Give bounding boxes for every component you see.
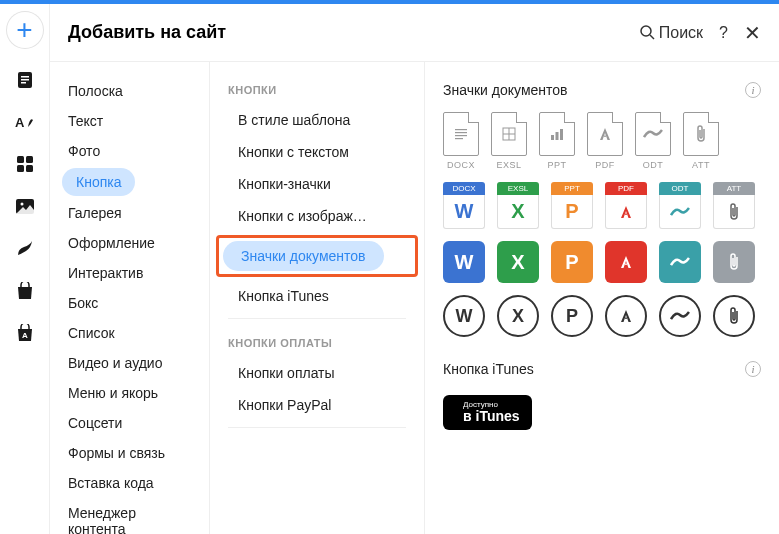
doc-icon-circle[interactable] (713, 295, 755, 337)
panel-title: Добавить на сайт (68, 22, 640, 43)
svg-rect-14 (455, 129, 467, 130)
separator (228, 318, 406, 319)
doc-icon-outline[interactable]: PDF (587, 112, 623, 170)
svg-rect-8 (26, 165, 33, 172)
shop-icon[interactable] (15, 280, 35, 300)
pen-icon[interactable] (15, 238, 35, 258)
category-item[interactable]: Галерея (50, 198, 209, 228)
info-icon-2[interactable]: i (745, 361, 761, 377)
category-item[interactable]: Фото (50, 136, 209, 166)
doc-icon-badge[interactable]: EXSLX (497, 182, 539, 229)
doc-icon-badge[interactable]: PPTP (551, 182, 593, 229)
svg-rect-21 (551, 135, 554, 140)
doc-icon-circle[interactable]: X (497, 295, 539, 337)
svg-rect-16 (455, 135, 467, 136)
doc-icon-solid[interactable] (659, 241, 701, 283)
add-button[interactable]: + (7, 12, 43, 48)
app-root: + A A Добавить на сайт Поиск ? ✕ Полоска… (0, 4, 779, 534)
row-solid-docs: WXP (443, 241, 761, 283)
panel-header: Добавить на сайт Поиск ? ✕ (50, 4, 779, 62)
shop-a-icon[interactable]: A (15, 322, 35, 342)
category-item[interactable]: Формы и связь (50, 438, 209, 468)
sub-item[interactable]: Значки документов (223, 241, 384, 271)
left-rail: + A A (0, 4, 50, 534)
svg-rect-3 (21, 82, 26, 84)
category-item[interactable]: Кнопка (62, 168, 135, 196)
category-item[interactable]: Оформление (50, 228, 209, 258)
sub-item[interactable]: Кнопки с изображ… (220, 201, 385, 231)
preview-header-2: Кнопка iTunes i (443, 355, 761, 391)
help-button[interactable]: ? (719, 24, 728, 42)
info-icon[interactable]: i (745, 82, 761, 98)
svg-rect-22 (556, 132, 559, 140)
preview-title-1: Значки документов (443, 82, 568, 98)
category-item[interactable]: Соцсети (50, 408, 209, 438)
category-item[interactable]: Бокс (50, 288, 209, 318)
doc-icon-badge[interactable]: ODT (659, 182, 701, 229)
doc-icon-solid[interactable] (713, 241, 755, 283)
header-actions: Поиск ? ✕ (640, 21, 761, 45)
sub-item[interactable]: Кнопки оплаты (220, 358, 353, 388)
itunes-section: Кнопка iTunes i Доступно в iTunes (443, 355, 761, 430)
category-item[interactable]: Меню и якорь (50, 378, 209, 408)
main-panel: Добавить на сайт Поиск ? ✕ ПолоскаТекстФ… (50, 4, 779, 534)
category-item[interactable]: Вставка кода (50, 468, 209, 498)
section-title: КНОПКИ ОПЛАТЫ (210, 329, 424, 357)
close-button[interactable]: ✕ (744, 21, 761, 45)
category-item[interactable]: Видео и аудио (50, 348, 209, 378)
doc-icon-badge[interactable]: PDF (605, 182, 647, 229)
doc-icon-solid[interactable]: X (497, 241, 539, 283)
sub-item[interactable]: Кнопки-значки (220, 169, 349, 199)
subcategory-list: КНОПКИВ стиле шаблонаКнопки с текстомКно… (210, 62, 425, 534)
sub-item[interactable]: Кнопки PayPal (220, 390, 349, 420)
svg-line-13 (650, 35, 654, 39)
svg-rect-5 (17, 156, 24, 163)
svg-rect-6 (26, 156, 33, 163)
svg-rect-15 (455, 132, 467, 133)
design-icon[interactable]: A (15, 112, 35, 132)
doc-icon-badge[interactable]: DOCXW (443, 182, 485, 229)
search-label: Поиск (659, 24, 703, 42)
doc-icon-circle[interactable] (659, 295, 701, 337)
svg-rect-1 (21, 76, 29, 78)
doc-icon-solid[interactable]: W (443, 241, 485, 283)
page-icon[interactable] (15, 70, 35, 90)
row-outline-docs: DOCXEXSLPPTPDFODTATT (443, 112, 761, 170)
category-item[interactable]: Менеджер контента (50, 498, 209, 534)
sub-item[interactable]: В стиле шаблона (220, 105, 368, 135)
doc-icon-outline[interactable]: ATT (683, 112, 719, 170)
doc-icon-circle[interactable] (605, 295, 647, 337)
sub-item[interactable]: Кнопки с текстом (220, 137, 367, 167)
sub-item[interactable]: Кнопка iTunes (220, 281, 347, 311)
svg-rect-2 (21, 79, 29, 81)
doc-icon-solid[interactable] (605, 241, 647, 283)
doc-icon-badge[interactable]: ATT (713, 182, 755, 229)
doc-icon-outline[interactable]: DOCX (443, 112, 479, 170)
search-button[interactable]: Поиск (640, 24, 703, 42)
category-item[interactable]: Список (50, 318, 209, 348)
itunes-big: в iTunes (463, 409, 520, 424)
svg-text:A: A (15, 115, 25, 130)
category-item[interactable]: Текст (50, 106, 209, 136)
itunes-text: Доступно в iTunes (463, 401, 520, 424)
row-circle-docs: WXP (443, 295, 761, 337)
section-title: КНОПКИ (210, 76, 424, 104)
doc-icon-solid[interactable]: P (551, 241, 593, 283)
category-item[interactable]: Полоска (50, 76, 209, 106)
doc-icon-circle[interactable]: P (551, 295, 593, 337)
doc-icon-outline[interactable]: PPT (539, 112, 575, 170)
preview-title-2: Кнопка iTunes (443, 361, 534, 377)
itunes-button[interactable]: Доступно в iTunes (443, 395, 532, 430)
image-icon[interactable] (15, 196, 35, 216)
doc-icon-outline[interactable]: EXSL (491, 112, 527, 170)
category-item[interactable]: Интерактив (50, 258, 209, 288)
search-icon (640, 25, 655, 40)
highlight-box: Значки документов (216, 235, 418, 277)
separator (228, 427, 406, 428)
preview-header-1: Значки документов i (443, 76, 761, 112)
doc-icon-circle[interactable]: W (443, 295, 485, 337)
svg-rect-7 (17, 165, 24, 172)
apps-icon[interactable] (15, 154, 35, 174)
doc-icon-outline[interactable]: ODT (635, 112, 671, 170)
category-list: ПолоскаТекстФотоКнопкаГалереяОформлениеИ… (50, 62, 210, 534)
